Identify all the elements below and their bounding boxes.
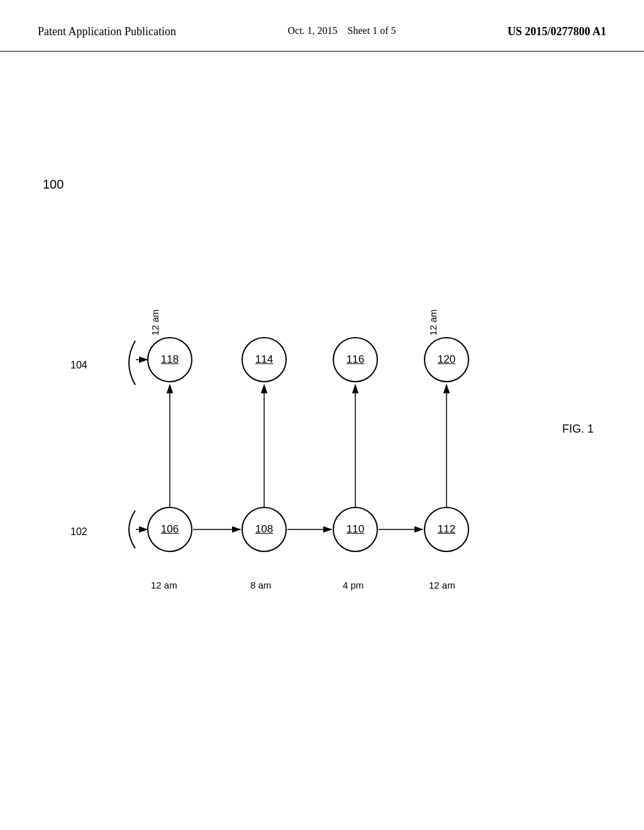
time-label-bot-4: 12 am <box>429 580 455 590</box>
header-right-text: US 2015/0277800 A1 <box>508 25 606 38</box>
header-center-text: Oct. 1, 2015 Sheet 1 of 5 <box>287 25 396 36</box>
header-date: Oct. 1, 2015 <box>287 25 337 36</box>
diagram-area: 100 104 102 12 am 12 am 12 am 8 am 4 pm … <box>0 52 644 794</box>
fig-label: FIG. 1 <box>562 423 594 436</box>
node-112: 112 <box>424 507 469 552</box>
row-label-102: 102 <box>70 526 87 538</box>
row-label-104: 104 <box>70 360 87 371</box>
time-label-bot-1: 12 am <box>151 580 177 590</box>
node-120: 120 <box>424 337 469 382</box>
time-label-top-left: 12 am <box>150 309 160 336</box>
main-label-100: 100 <box>43 177 64 192</box>
header-left-text: Patent Application Publication <box>38 25 176 38</box>
page-header: Patent Application Publication Oct. 1, 2… <box>0 0 644 52</box>
header-sheet: Sheet 1 of 5 <box>348 25 396 36</box>
node-118: 118 <box>147 337 192 382</box>
time-label-bot-3: 4 pm <box>343 580 364 590</box>
time-label-top-right: 12 am <box>428 309 438 336</box>
node-108: 108 <box>242 507 287 552</box>
node-114: 114 <box>242 337 287 382</box>
node-116: 116 <box>333 337 378 382</box>
node-106: 106 <box>147 507 192 552</box>
time-label-bot-2: 8 am <box>250 580 271 590</box>
diagram-svg <box>0 52 644 794</box>
node-110: 110 <box>333 507 378 552</box>
